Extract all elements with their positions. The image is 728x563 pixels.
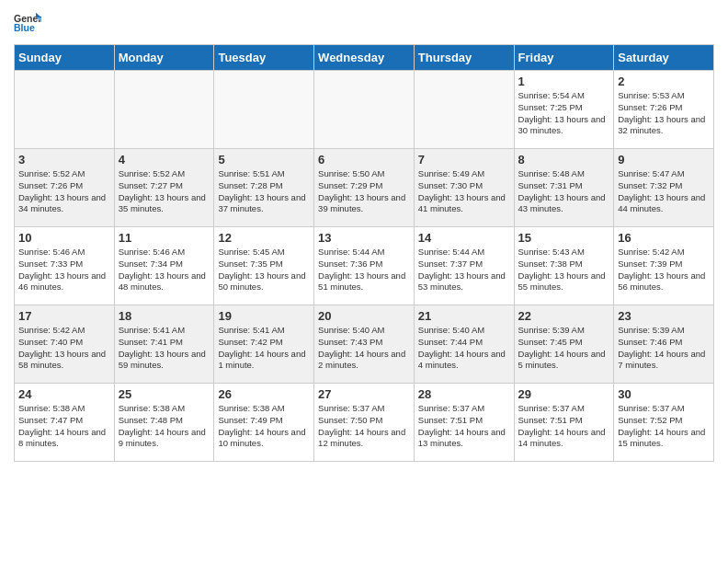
calendar-cell: 9Sunrise: 5:47 AMSunset: 7:32 PMDaylight… — [614, 149, 714, 227]
day-number: 3 — [18, 153, 110, 167]
day-info: Sunrise: 5:39 AMSunset: 7:46 PMDaylight:… — [618, 325, 710, 372]
weekday-header-saturday: Saturday — [614, 45, 714, 71]
calendar-cell: 21Sunrise: 5:40 AMSunset: 7:44 PMDayligh… — [414, 305, 514, 384]
weekday-header-row: SundayMondayTuesdayWednesdayThursdayFrid… — [15, 45, 714, 71]
calendar-cell: 12Sunrise: 5:45 AMSunset: 7:35 PMDayligh… — [214, 227, 314, 305]
week-row-1: 3Sunrise: 5:52 AMSunset: 7:26 PMDaylight… — [15, 149, 714, 227]
calendar-cell — [314, 71, 415, 149]
day-info: Sunrise: 5:38 AMSunset: 7:49 PMDaylight:… — [218, 403, 310, 450]
calendar: SundayMondayTuesdayWednesdayThursdayFrid… — [14, 44, 714, 462]
calendar-cell: 28Sunrise: 5:37 AMSunset: 7:51 PMDayligh… — [414, 384, 514, 462]
day-number: 28 — [418, 387, 510, 401]
weekday-header-sunday: Sunday — [15, 45, 115, 71]
weekday-header-friday: Friday — [514, 45, 614, 71]
day-number: 11 — [119, 231, 210, 245]
day-info: Sunrise: 5:39 AMSunset: 7:45 PMDaylight:… — [518, 325, 610, 372]
day-number: 8 — [518, 153, 610, 167]
day-number: 18 — [119, 309, 210, 323]
day-info: Sunrise: 5:52 AMSunset: 7:27 PMDaylight:… — [119, 168, 210, 215]
day-info: Sunrise: 5:50 AMSunset: 7:29 PMDaylight:… — [318, 168, 410, 215]
day-number: 25 — [119, 387, 210, 401]
day-number: 23 — [618, 309, 710, 323]
day-info: Sunrise: 5:40 AMSunset: 7:43 PMDaylight:… — [318, 325, 410, 372]
day-number: 22 — [518, 309, 610, 323]
day-info: Sunrise: 5:44 AMSunset: 7:36 PMDaylight:… — [318, 247, 410, 293]
day-info: Sunrise: 5:51 AMSunset: 7:28 PMDaylight:… — [218, 168, 310, 215]
week-row-4: 24Sunrise: 5:38 AMSunset: 7:47 PMDayligh… — [15, 384, 714, 462]
calendar-cell: 18Sunrise: 5:41 AMSunset: 7:41 PMDayligh… — [114, 305, 214, 384]
calendar-cell — [114, 71, 214, 149]
day-number: 15 — [518, 231, 610, 245]
day-info: Sunrise: 5:42 AMSunset: 7:39 PMDaylight:… — [618, 247, 710, 293]
calendar-cell: 24Sunrise: 5:38 AMSunset: 7:47 PMDayligh… — [15, 384, 115, 462]
day-number: 6 — [318, 153, 410, 167]
day-number: 17 — [18, 309, 110, 323]
day-info: Sunrise: 5:37 AMSunset: 7:51 PMDaylight:… — [518, 403, 610, 450]
calendar-cell: 1Sunrise: 5:54 AMSunset: 7:25 PMDaylight… — [514, 71, 614, 149]
day-number: 12 — [218, 231, 310, 245]
calendar-cell: 27Sunrise: 5:37 AMSunset: 7:50 PMDayligh… — [314, 384, 415, 462]
day-number: 16 — [618, 231, 710, 245]
day-number: 10 — [18, 231, 110, 245]
day-info: Sunrise: 5:43 AMSunset: 7:38 PMDaylight:… — [518, 247, 610, 293]
week-row-2: 10Sunrise: 5:46 AMSunset: 7:33 PMDayligh… — [15, 227, 714, 305]
day-info: Sunrise: 5:38 AMSunset: 7:47 PMDaylight:… — [18, 403, 110, 450]
weekday-header-wednesday: Wednesday — [314, 45, 415, 71]
day-number: 1 — [518, 75, 610, 88]
calendar-cell — [15, 71, 115, 149]
day-info: Sunrise: 5:54 AMSunset: 7:25 PMDaylight:… — [518, 90, 610, 137]
calendar-cell: 29Sunrise: 5:37 AMSunset: 7:51 PMDayligh… — [514, 384, 614, 462]
day-number: 29 — [518, 387, 610, 401]
day-info: Sunrise: 5:37 AMSunset: 7:50 PMDaylight:… — [318, 403, 410, 450]
logo: General Blue — [14, 9, 41, 37]
calendar-cell: 13Sunrise: 5:44 AMSunset: 7:36 PMDayligh… — [314, 227, 415, 305]
logo-icon: General Blue — [14, 9, 41, 37]
day-info: Sunrise: 5:41 AMSunset: 7:41 PMDaylight:… — [119, 325, 210, 372]
calendar-cell: 19Sunrise: 5:41 AMSunset: 7:42 PMDayligh… — [214, 305, 314, 384]
day-info: Sunrise: 5:38 AMSunset: 7:48 PMDaylight:… — [119, 403, 210, 450]
calendar-cell: 22Sunrise: 5:39 AMSunset: 7:45 PMDayligh… — [514, 305, 614, 384]
weekday-header-tuesday: Tuesday — [214, 45, 314, 71]
day-number: 27 — [318, 387, 410, 401]
day-info: Sunrise: 5:45 AMSunset: 7:35 PMDaylight:… — [218, 247, 310, 293]
calendar-cell: 8Sunrise: 5:48 AMSunset: 7:31 PMDaylight… — [514, 149, 614, 227]
calendar-cell: 16Sunrise: 5:42 AMSunset: 7:39 PMDayligh… — [614, 227, 714, 305]
day-info: Sunrise: 5:44 AMSunset: 7:37 PMDaylight:… — [418, 247, 510, 293]
day-number: 7 — [418, 153, 510, 167]
calendar-cell: 11Sunrise: 5:46 AMSunset: 7:34 PMDayligh… — [114, 227, 214, 305]
calendar-cell: 23Sunrise: 5:39 AMSunset: 7:46 PMDayligh… — [614, 305, 714, 384]
weekday-header-thursday: Thursday — [414, 45, 514, 71]
calendar-cell: 2Sunrise: 5:53 AMSunset: 7:26 PMDaylight… — [614, 71, 714, 149]
calendar-cell: 10Sunrise: 5:46 AMSunset: 7:33 PMDayligh… — [15, 227, 115, 305]
calendar-cell — [414, 71, 514, 149]
week-row-0: 1Sunrise: 5:54 AMSunset: 7:25 PMDaylight… — [15, 71, 714, 149]
day-number: 20 — [318, 309, 410, 323]
day-info: Sunrise: 5:40 AMSunset: 7:44 PMDaylight:… — [418, 325, 510, 372]
day-number: 30 — [618, 387, 710, 401]
day-info: Sunrise: 5:37 AMSunset: 7:52 PMDaylight:… — [618, 403, 710, 450]
day-info: Sunrise: 5:47 AMSunset: 7:32 PMDaylight:… — [618, 168, 710, 215]
day-number: 4 — [119, 153, 210, 167]
calendar-cell — [214, 71, 314, 149]
calendar-cell: 4Sunrise: 5:52 AMSunset: 7:27 PMDaylight… — [114, 149, 214, 227]
day-number: 19 — [218, 309, 310, 323]
calendar-cell: 17Sunrise: 5:42 AMSunset: 7:40 PMDayligh… — [15, 305, 115, 384]
calendar-cell: 30Sunrise: 5:37 AMSunset: 7:52 PMDayligh… — [614, 384, 714, 462]
calendar-cell: 7Sunrise: 5:49 AMSunset: 7:30 PMDaylight… — [414, 149, 514, 227]
day-number: 14 — [418, 231, 510, 245]
day-number: 13 — [318, 231, 410, 245]
day-number: 9 — [618, 153, 710, 167]
calendar-cell: 26Sunrise: 5:38 AMSunset: 7:49 PMDayligh… — [214, 384, 314, 462]
calendar-cell: 14Sunrise: 5:44 AMSunset: 7:37 PMDayligh… — [414, 227, 514, 305]
day-number: 5 — [218, 153, 310, 167]
day-number: 21 — [418, 309, 510, 323]
day-info: Sunrise: 5:37 AMSunset: 7:51 PMDaylight:… — [418, 403, 510, 450]
svg-text:Blue: Blue — [14, 22, 35, 33]
day-info: Sunrise: 5:48 AMSunset: 7:31 PMDaylight:… — [518, 168, 610, 215]
day-number: 24 — [18, 387, 110, 401]
day-info: Sunrise: 5:53 AMSunset: 7:26 PMDaylight:… — [618, 90, 710, 137]
calendar-cell: 5Sunrise: 5:51 AMSunset: 7:28 PMDaylight… — [214, 149, 314, 227]
calendar-cell: 20Sunrise: 5:40 AMSunset: 7:43 PMDayligh… — [314, 305, 415, 384]
week-row-3: 17Sunrise: 5:42 AMSunset: 7:40 PMDayligh… — [15, 305, 714, 384]
day-info: Sunrise: 5:46 AMSunset: 7:34 PMDaylight:… — [119, 247, 210, 293]
